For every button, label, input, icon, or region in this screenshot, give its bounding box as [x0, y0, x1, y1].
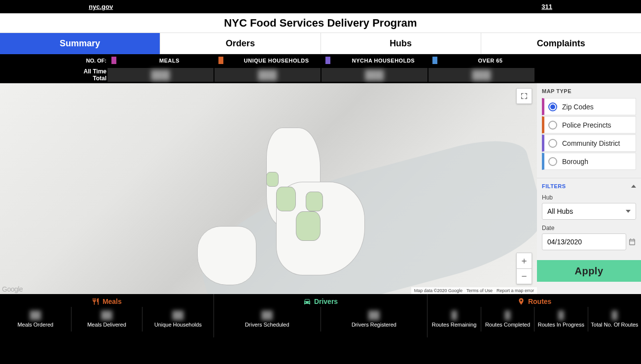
radio-icon	[548, 139, 557, 148]
stat-nycha-value: ███	[321, 68, 427, 82]
filters-header[interactable]: FILTERS	[537, 180, 641, 192]
hub-select[interactable]: All Hubs	[542, 203, 636, 220]
map-canvas[interactable]: Google Map data ©2020 Google Terms of Us…	[0, 83, 537, 294]
zoom-out-button[interactable]	[516, 268, 532, 284]
plus-icon	[520, 257, 528, 265]
stats-row-label: All Time Total	[69, 68, 107, 82]
meals-section: Meals ██Meals Ordered ██Meals Delivered …	[0, 294, 214, 337]
radio-icon	[548, 102, 557, 111]
stat-households-value: ███	[214, 68, 320, 82]
routes-in-progress-cell: █Routes In Progress	[534, 307, 588, 331]
stats-header-label: NO. OF:	[83, 58, 107, 64]
map-type-label: Police Precincts	[562, 121, 611, 129]
routes-remaining-cell: █Routes Remaining	[427, 307, 481, 331]
filters-title: FILTERS	[542, 183, 566, 189]
meals-title: Meals	[103, 298, 122, 305]
routes-completed-cell: █Routes Completed	[481, 307, 534, 331]
map-type-community-district[interactable]: Community District	[542, 134, 636, 152]
drivers-section: Drivers ██Drivers Scheduled ██Drivers Re…	[214, 294, 428, 337]
drivers-scheduled-cell: ██Drivers Scheduled	[214, 307, 321, 331]
map-type-police-precincts[interactable]: Police Precincts	[542, 116, 636, 133]
zoom-in-button[interactable]	[516, 253, 532, 268]
top-bar: nyc.gov 311	[0, 0, 641, 13]
map-type-borough[interactable]: Borough	[542, 153, 636, 170]
main-content: Google Map data ©2020 Google Terms of Us…	[0, 83, 641, 294]
stat-over65-value: ███	[428, 68, 534, 82]
stats-col-over65: OVER 65	[441, 58, 539, 64]
stats-col-nycha: NYCHA HOUSEHOLDS	[334, 58, 432, 64]
google-logo: Google	[2, 285, 23, 293]
total-routes-cell: █Total No. Of Routes	[588, 307, 641, 331]
over65-color-chip	[432, 57, 437, 64]
map-type-label: Borough	[562, 158, 588, 165]
radio-icon	[548, 157, 557, 166]
map-attribution: Map data ©2020 Google Terms of Use Repor…	[411, 287, 537, 294]
tab-hubs[interactable]: Hubs	[321, 33, 481, 54]
date-input[interactable]: 04/13/2020	[542, 233, 626, 250]
unique-households-cell: ██Unique Households	[142, 307, 214, 331]
terms-link[interactable]: Terms of Use	[466, 288, 493, 293]
chevron-up-icon	[631, 185, 636, 188]
apply-button[interactable]: Apply	[537, 260, 641, 282]
routes-title: Routes	[528, 298, 551, 305]
page-title: NYC Food Services Delivery Program	[224, 17, 417, 30]
bottom-spacer	[0, 337, 641, 364]
map-type-title: MAP TYPE	[542, 88, 636, 94]
map-data-text: Map data ©2020 Google	[414, 288, 463, 293]
main-tabs: Summary Orders Hubs Complaints	[0, 33, 641, 54]
stats-col-households: UNIQUE HOUSEHOLDS	[227, 58, 325, 64]
calendar-icon[interactable]	[628, 238, 636, 246]
minus-icon	[520, 272, 528, 280]
meals-color-chip	[111, 57, 116, 64]
title-bar: NYC Food Services Delivery Program	[0, 13, 641, 33]
tab-orders[interactable]: Orders	[160, 33, 320, 54]
stats-header: NO. OF: MEALS UNIQUE HOUSEHOLDS NYCHA HO…	[0, 54, 641, 66]
nycha-color-chip	[325, 57, 330, 64]
fullscreen-button[interactable]	[516, 88, 532, 104]
map-type-zip-codes[interactable]: Zip Codes	[542, 98, 636, 115]
date-label: Date	[542, 225, 636, 232]
route-icon	[517, 298, 525, 305]
households-color-chip	[218, 57, 223, 64]
sidebar: MAP TYPE Zip Codes Police Precincts Comm…	[537, 83, 641, 294]
fullscreen-icon	[520, 92, 528, 100]
tab-complaints[interactable]: Complaints	[481, 33, 641, 54]
nyc-gov-link[interactable]: nyc.gov	[89, 3, 113, 10]
311-link[interactable]: 311	[541, 3, 552, 10]
utensils-icon	[92, 298, 100, 305]
hub-label: Hub	[542, 194, 636, 201]
map-type-label: Zip Codes	[562, 103, 594, 111]
radio-icon	[548, 121, 557, 130]
car-icon	[303, 298, 311, 305]
stats-all-time-row: All Time Total ███ ███ ███ ███	[0, 66, 641, 83]
drivers-registered-cell: ██Drivers Registered	[321, 307, 427, 331]
stats-col-meals: MEALS	[120, 58, 218, 64]
report-map-error-link[interactable]: Report a map error	[497, 288, 534, 293]
hub-select-value: All Hubs	[547, 207, 573, 215]
chevron-down-icon	[626, 210, 631, 213]
meals-delivered-cell: ██Meals Delivered	[71, 307, 143, 331]
map-type-label: Community District	[562, 139, 620, 147]
stat-meals-value: ███	[107, 68, 214, 82]
meals-ordered-cell: ██Meals Ordered	[0, 307, 71, 331]
tab-summary[interactable]: Summary	[0, 33, 160, 54]
date-value: 04/13/2020	[547, 238, 582, 246]
bottom-stats: Meals ██Meals Ordered ██Meals Delivered …	[0, 294, 641, 337]
drivers-title: Drivers	[314, 298, 338, 305]
routes-section: Routes █Routes Remaining █Routes Complet…	[427, 294, 641, 337]
